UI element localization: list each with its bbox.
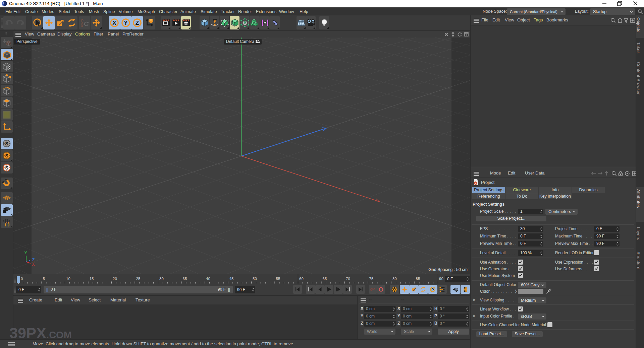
svg-text:S: S: [5, 153, 8, 158]
svg-text:30: 30: [159, 277, 164, 281]
svg-text:55: 55: [276, 277, 280, 281]
svg-text:X: X: [112, 20, 116, 26]
svg-text:60: 60: [299, 277, 304, 281]
svg-text:75: 75: [369, 277, 374, 281]
svg-text:5: 5: [43, 277, 45, 281]
svg-text:45: 45: [229, 277, 234, 281]
svg-text:X: X: [32, 262, 35, 267]
svg-text:Z: Z: [136, 20, 139, 26]
svg-text:P: P: [431, 288, 434, 292]
svg-text:0: 0: [21, 277, 23, 281]
svg-text:35: 35: [183, 277, 187, 281]
svg-text:20: 20: [113, 277, 117, 281]
svg-text:40: 40: [206, 277, 210, 281]
svg-text:10: 10: [66, 277, 70, 281]
svg-text:80: 80: [392, 277, 397, 281]
svg-text:90: 90: [439, 277, 443, 281]
svg-text:Y: Y: [124, 20, 128, 26]
svg-text:R: R: [81, 25, 84, 27]
svg-text:S: S: [5, 165, 8, 170]
svg-text:( ): ( ): [5, 222, 10, 226]
svg-text:25: 25: [136, 277, 141, 281]
svg-text:Y: Y: [24, 251, 28, 255]
svg-text:70: 70: [346, 277, 350, 281]
svg-text:S: S: [5, 141, 8, 146]
svg-text:85: 85: [416, 277, 420, 281]
svg-text:Z: Z: [32, 258, 35, 262]
svg-text:65: 65: [323, 277, 327, 281]
svg-text:15: 15: [90, 277, 94, 281]
svg-text:50: 50: [253, 277, 257, 281]
